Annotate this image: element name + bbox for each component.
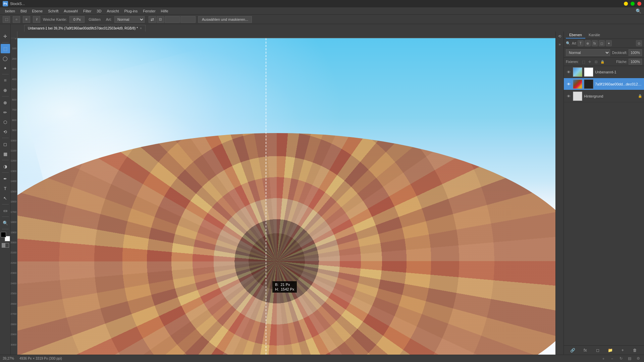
lock-position-btn[interactable]: ⬚ [581,59,586,64]
lock-all-btn[interactable]: 🔒 [600,59,605,64]
selection-row-btn[interactable]: ≡ [23,16,30,23]
new-layer-btn[interactable]: + [619,347,626,354]
selection-col-btn[interactable]: ⫀ [33,16,40,23]
swap-btn[interactable]: ⇄ [149,16,156,23]
layer-item-unbenannt1[interactable]: 👁 Unbenannt-1 [564,66,644,78]
zoom-btn[interactable]: 🔍 [1,218,10,228]
right-panel: Pfade Farbe ● ○ ◇ ▭ ▣ ⊞ ⚙ ⬛ ⊕ 🔗 f ◻ ▤ ⊙ … [564,7,644,355]
layer-item-photo[interactable]: 👁 7a9f1960ae00dd...dec012503e4d9 [564,78,644,90]
layer-eye-1[interactable]: 👁 [566,69,571,75]
filter-icons: T ⊕ fx ◻ ✦ [578,40,612,46]
document-tab[interactable]: Unbenannt-1 bei 39,3% (7a9f1960ae00dd9fc… [24,25,146,32]
dodge-btn[interactable]: ◑ [1,162,10,171]
layer-thumb-1 [573,67,582,77]
layers-toolbar: 🔍 Art T ⊕ fx ◻ ✦ ⊙ [564,39,644,48]
filter-toggle-btn[interactable]: ⊙ [636,40,642,46]
collapse-btn[interactable]: » [556,41,563,48]
menu-filter[interactable]: Filter [81,8,94,14]
menu-plugins[interactable]: Plug-ins [122,8,140,14]
fx-filter-btn[interactable]: fx [592,40,598,46]
art-select[interactable]: Normal Fest Von Mitte [114,16,145,23]
zoom-out-btn[interactable]: − [609,356,615,362]
planet-image: B: 21 Px H: 1542 Px [17,38,564,355]
tab-close-btn[interactable]: × [140,26,142,30]
zoom-in-btn[interactable]: + [600,356,606,362]
screen-mode-icon [2,243,9,248]
menu-auswahl[interactable]: Auswahl [61,8,80,14]
close-btn[interactable] [637,2,641,6]
foreground-color-swatch[interactable] [1,232,6,237]
resize-btn[interactable]: ⊡ [157,16,164,23]
layer-item-hintergrund[interactable]: 👁 Hintergrund 🔒 [564,90,644,102]
adjust-filter-btn[interactable]: ⊕ [585,40,591,46]
mask-filter-btn[interactable]: ◻ [599,40,605,46]
eraser-btn[interactable]: ◻ [1,139,10,149]
opacity-input[interactable] [629,49,642,56]
type-filter-btn[interactable]: T [578,40,584,46]
layer-name-2: 7a9f1960ae00dd...dec012503e4d9 [595,82,642,86]
height-input[interactable] [180,16,196,23]
new-group-btn[interactable]: 📁 [606,347,614,354]
layers-bottom-toolbar: 🔗 fx ◻ 📁 + 🗑 [564,345,644,355]
pen-btn[interactable]: ✒ [1,174,10,183]
clone-btn[interactable]: ⬡ [1,117,10,127]
status-settings-btn[interactable]: ⚙ [635,356,641,362]
lock-move-btn[interactable]: ✛ [587,59,592,64]
layer-eye-2[interactable]: 👁 [566,81,571,87]
app-icon: Ps [3,1,8,6]
lasso-tool-btn[interactable]: ◯ [1,54,10,63]
search-layers-icon: 🔍 [566,41,571,46]
canvas-content[interactable]: B: 21 Px H: 1542 Px [17,38,564,355]
kanale-tab[interactable]: Kanäle [585,32,603,39]
layers-list: 👁 Unbenannt-1 👁 7a9f1960ae00dd...dec0125… [564,66,644,345]
brush-btn[interactable]: ✏ [1,108,10,117]
marquee-tool-btn[interactable]: ⬚ [1,44,10,53]
gradient-btn[interactable]: ▦ [1,149,10,159]
crop-tool-btn[interactable]: ⌗ [1,76,10,85]
menu-schrift[interactable]: Schrift [46,8,61,14]
layer-eye-3[interactable]: 👁 [566,94,571,99]
selection-ellipse-btn[interactable]: ○ [13,16,20,23]
selection-rect-btn[interactable]: ⬚ [3,16,10,23]
ruler-left-tick: 100 [12,47,16,50]
delete-layer-btn[interactable]: 🗑 [631,347,639,354]
tool-separator-2 [2,74,9,74]
menu-ebene[interactable]: Ebene [30,8,45,14]
lock-artboard-btn[interactable]: ⊡ [593,59,599,64]
menu-ansicht[interactable]: Ansicht [104,8,121,14]
history-panel-btn[interactable]: ⟲ [556,33,563,40]
eyedropper-btn[interactable]: ⊕ [1,85,10,95]
weiche-kante-input[interactable] [69,16,85,23]
smart-filter-btn[interactable]: ✦ [606,40,612,46]
auswahlen-maskieren-btn[interactable]: Auswählen und maskieren... [198,16,252,23]
blend-mode-select[interactable]: Normal Multiplizieren Abblenden [566,49,610,56]
quick-mask-btn[interactable] [2,243,9,248]
menu-beiten[interactable]: beiten [3,8,17,14]
move-tool-btn[interactable]: ✛ [1,32,10,41]
magic-wand-btn[interactable]: ✦ [1,63,10,73]
link-layers-btn[interactable]: 🔗 [569,347,577,354]
menu-fenster[interactable]: Fenster [141,8,158,14]
menu-bild[interactable]: Bild [18,8,29,14]
minimize-btn[interactable] [624,2,628,6]
add-mask-btn[interactable]: ◻ [594,347,601,354]
menu-hilfe[interactable]: Hilfe [159,8,171,14]
search-icon[interactable]: 🔍 [636,8,641,14]
add-style-btn[interactable]: fx [582,347,589,354]
glatten-label: Glätten [89,17,100,21]
fill-input[interactable] [629,59,642,65]
history-btn[interactable]: ⟲ [1,127,10,136]
ruler-left-tick: 1900 [11,231,16,234]
rotate-view-btn[interactable]: ↻ [618,356,624,362]
menu-3d[interactable]: 3D [94,8,104,14]
toolbar: ✛ ⬚ ◯ ✦ ⌗ ⊕ ⊗ ✏ ⬡ ⟲ ◻ ▦ ◑ ✒ T ↖ ▭ 🔍 [0,7,11,355]
heal-btn[interactable]: ⊗ [1,98,10,107]
path-select-btn[interactable]: ↖ [1,193,10,203]
ruler-left-tick: 900 [12,129,16,132]
type-btn[interactable]: T [1,184,10,193]
width-input[interactable] [165,16,180,23]
shape-btn[interactable]: ▭ [1,206,10,215]
maximize-btn[interactable] [631,2,635,6]
ebenen-tab[interactable]: Ebenen [566,32,585,39]
arrange-btn[interactable]: ▤ [627,356,633,362]
